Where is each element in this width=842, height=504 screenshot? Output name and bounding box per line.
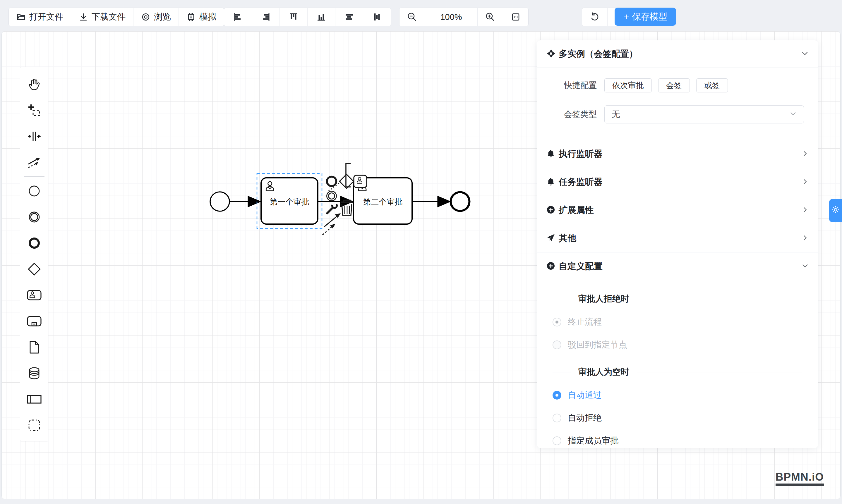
section-extended-properties[interactable]: 扩展属性 — [537, 196, 818, 224]
zoom-button-group: 100% — [399, 7, 529, 26]
radio-assign-member[interactable]: 指定成员审批 — [552, 429, 803, 448]
chevron-right-icon — [802, 234, 809, 242]
create-gateway[interactable] — [20, 256, 48, 282]
quick-config-row: 快捷配置 依次审批 会签 或签 — [537, 78, 818, 92]
save-model-button[interactable]: + 保存模型 — [615, 7, 676, 26]
settings-tab[interactable] — [829, 199, 842, 222]
task-1-label: 第一个审批 — [270, 197, 309, 206]
sequential-approve-button[interactable]: 依次审批 — [604, 78, 652, 92]
align-left-button[interactable] — [224, 8, 252, 26]
zoom-out-button[interactable] — [400, 8, 425, 26]
open-file-button[interactable]: 打开文件 — [9, 8, 71, 26]
align-center-h-icon — [344, 12, 354, 22]
start-event-node[interactable] — [210, 192, 229, 211]
lasso-tool[interactable] — [20, 97, 48, 123]
plus-icon: + — [624, 12, 629, 22]
connect-tool-icon[interactable] — [322, 213, 341, 235]
section-other[interactable]: 其他 — [537, 224, 818, 252]
properties-panel: 多实例（会签配置） 快捷配置 依次审批 会签 或签 会签类型 无 执行监听器 任… — [537, 40, 818, 448]
chevron-right-icon — [802, 150, 809, 158]
align-button-group — [224, 7, 391, 26]
create-end-event[interactable] — [20, 230, 48, 256]
simulate-icon — [187, 12, 196, 22]
section-label: 其他 — [559, 232, 798, 244]
download-file-button[interactable]: 下载文件 — [71, 8, 134, 26]
reject-title: 审批人拒绝时 — [578, 293, 629, 305]
radio-auto-reject[interactable]: 自动拒绝 — [552, 407, 803, 429]
radio-icon — [552, 341, 561, 349]
align-bottom-button[interactable] — [308, 8, 335, 26]
radio-return-to-node[interactable]: 驳回到指定节点 — [552, 334, 803, 356]
preview-label: 浏览 — [154, 11, 171, 23]
download-file-label: 下载文件 — [92, 11, 126, 23]
append-intermediate-event-icon[interactable] — [327, 191, 337, 201]
bell-icon — [546, 149, 555, 159]
chevron-down-icon — [790, 110, 796, 119]
radio-auto-pass[interactable]: 自动通过 — [552, 384, 803, 407]
create-intermediate-event[interactable] — [20, 204, 48, 230]
create-start-event[interactable] — [20, 178, 48, 204]
gear-icon — [831, 205, 840, 216]
create-data-store[interactable] — [20, 360, 48, 386]
countersign-button[interactable]: 会签 — [658, 78, 690, 92]
radio-icon — [552, 318, 561, 326]
section-label: 任务监听器 — [559, 176, 798, 188]
quick-config-label: 快捷配置 — [546, 80, 604, 91]
append-end-event-icon[interactable] — [327, 177, 336, 186]
palette — [20, 67, 48, 442]
plus-circle-icon — [546, 205, 555, 215]
undo-button[interactable] — [582, 8, 608, 26]
space-tool[interactable] — [20, 123, 48, 149]
create-group[interactable] — [20, 412, 48, 438]
multi-instance-header[interactable]: 多实例（会签配置） — [537, 40, 818, 68]
undo-icon — [590, 12, 600, 22]
global-connect-tool[interactable] — [20, 149, 48, 175]
simulate-button[interactable]: 模拟 — [179, 8, 224, 26]
radio-terminate-process[interactable]: 终止流程 — [552, 311, 803, 334]
radio-label: 指定成员审批 — [568, 435, 619, 447]
hand-tool[interactable] — [20, 71, 48, 97]
panel-sections: 执行监听器 任务监听器 扩展属性 其他 自定义配置 — [537, 140, 818, 280]
radio-icon — [552, 436, 561, 445]
end-event-node[interactable] — [451, 192, 470, 211]
zoom-in-button[interactable] — [478, 8, 503, 26]
append-gateway-icon[interactable] — [339, 174, 353, 188]
simulate-label: 模拟 — [199, 11, 216, 23]
preview-button[interactable]: 浏览 — [134, 8, 179, 26]
sign-type-row: 会签类型 无 — [537, 105, 818, 123]
append-user-task-icon[interactable] — [354, 175, 367, 187]
bell-icon — [546, 177, 555, 187]
trash-icon[interactable] — [341, 200, 353, 215]
empty-title: 审批人为空时 — [578, 366, 629, 378]
align-top-icon — [288, 12, 299, 22]
radio-label: 自动通过 — [568, 389, 602, 401]
align-right-button[interactable] — [252, 8, 280, 26]
section-label: 自定义配置 — [559, 260, 798, 272]
chevron-down-icon — [802, 263, 809, 271]
reject-divider: 审批人拒绝时 — [552, 293, 803, 305]
task-node-1[interactable]: 第一个审批 — [261, 178, 318, 224]
sign-type-select[interactable]: 无 — [604, 105, 804, 123]
section-task-listener[interactable]: 任务监听器 — [537, 168, 818, 196]
plus-circle-icon — [546, 262, 555, 271]
section-custom-config[interactable]: 自定义配置 — [537, 252, 818, 280]
section-execution-listener[interactable]: 执行监听器 — [537, 140, 818, 168]
create-user-task[interactable] — [20, 282, 48, 308]
create-subprocess[interactable] — [20, 308, 48, 334]
align-center-horizontal-button[interactable] — [335, 8, 363, 26]
create-participant[interactable] — [20, 386, 48, 412]
multi-instance-title: 多实例（会签配置） — [559, 48, 798, 60]
or-sign-button[interactable]: 或签 — [696, 78, 728, 92]
align-top-button[interactable] — [280, 8, 308, 26]
create-data-object[interactable] — [20, 334, 48, 360]
divider-line — [552, 299, 571, 299]
radio-icon — [552, 391, 561, 400]
custom-config-body: 审批人拒绝时 终止流程 驳回到指定节点 审批人为空时 自动通过 自动拒绝 指定成… — [537, 280, 818, 448]
align-center-vertical-button[interactable] — [363, 8, 391, 26]
fit-viewport-button[interactable] — [503, 8, 528, 26]
palette-separator — [24, 176, 45, 177]
wrench-icon[interactable] — [327, 202, 338, 213]
bpmn-io-logo: BPMN.iO — [775, 471, 824, 486]
zoom-level[interactable]: 100% — [425, 8, 478, 26]
chevron-down-icon — [801, 50, 809, 58]
